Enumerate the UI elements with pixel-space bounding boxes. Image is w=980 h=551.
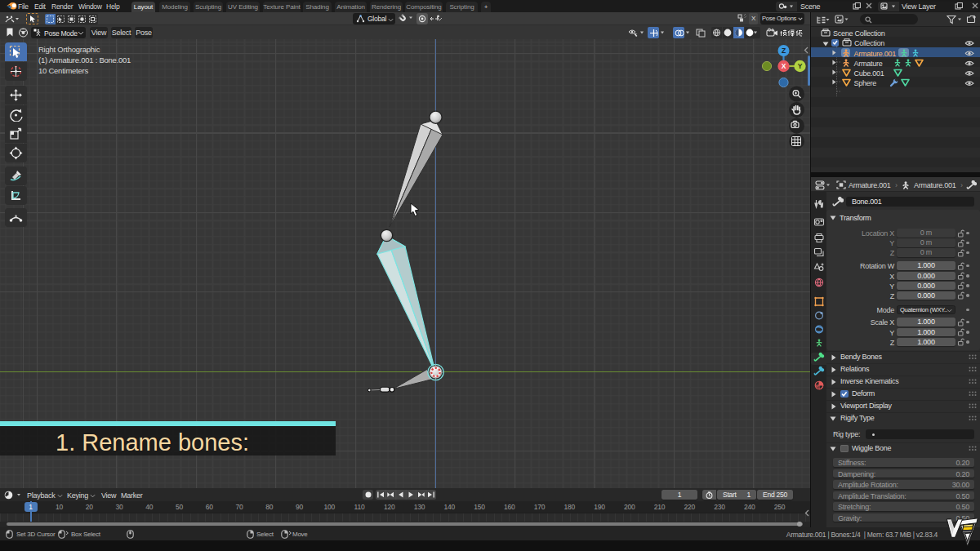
svg-text:Z: Z [782,47,786,55]
svg-text:Y: Y [798,62,803,70]
svg-text:X: X [782,62,786,70]
